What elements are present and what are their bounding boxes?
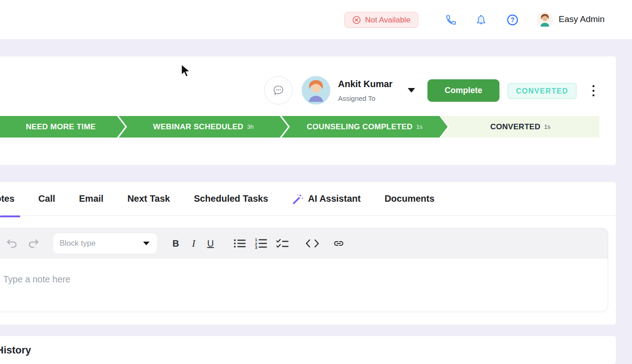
link-icon[interactable] xyxy=(332,238,345,249)
bullet-list-icon[interactable] xyxy=(233,238,247,249)
caret-down-icon xyxy=(143,242,150,245)
circle-x-icon xyxy=(352,16,361,24)
assignee-avatar xyxy=(302,76,330,105)
complete-button[interactable]: Complete xyxy=(427,79,499,102)
tab-email[interactable]: Email xyxy=(79,193,103,204)
tab-ai-assistant[interactable]: AI Assistant xyxy=(292,193,361,205)
lead-header-card: Ankit Kumar Assigned To Complete CONVERT… xyxy=(0,56,616,165)
tab-call[interactable]: Call xyxy=(39,193,55,204)
undo-icon[interactable] xyxy=(6,238,18,249)
bold-button[interactable]: B xyxy=(172,238,179,249)
svg-text:?: ? xyxy=(510,16,515,23)
pipeline-stage-counseling-completed[interactable]: COUNSELING COMPLETED 1s xyxy=(282,116,448,138)
pipeline-stage-need-more-time[interactable]: NEED MORE TIME xyxy=(0,116,125,138)
chat-bubble-icon[interactable] xyxy=(264,76,293,105)
note-editor: Block type B I U 123 Type a note here xyxy=(0,228,608,312)
active-tab-underline xyxy=(0,215,20,217)
lead-name: Ankit Kumar xyxy=(338,79,393,89)
caret-down-icon[interactable] xyxy=(408,88,415,93)
tab-next-task[interactable]: Next Task xyxy=(128,193,170,204)
tab-scheduled-tasks[interactable]: Scheduled Tasks xyxy=(194,193,268,204)
magic-wand-icon xyxy=(292,193,304,205)
history-title: History xyxy=(0,344,31,356)
tabs-divider xyxy=(0,215,616,216)
pipeline-stage-converted[interactable]: CONVERTED 1s xyxy=(441,116,599,138)
checklist-icon[interactable] xyxy=(276,238,290,249)
block-type-select[interactable]: Block type xyxy=(53,233,157,254)
phone-icon[interactable] xyxy=(444,13,457,26)
underline-button[interactable]: U xyxy=(207,238,214,249)
help-icon[interactable]: ? xyxy=(506,13,519,26)
history-card xyxy=(0,336,616,364)
tab-documents[interactable]: Documents xyxy=(384,193,434,204)
user-avatar[interactable] xyxy=(537,12,553,28)
availability-status-badge[interactable]: Not Available xyxy=(344,12,418,28)
stage-pipeline: NEED MORE TIME WEBINAR SCHEDULED 3h COUN… xyxy=(0,116,616,138)
availability-status-label: Not Available xyxy=(365,16,410,25)
pipeline-stage-webinar-scheduled[interactable]: WEBINAR SCHEDULED 3h xyxy=(119,116,288,138)
assigned-to-label: Assigned To xyxy=(338,94,375,102)
tab-notes[interactable]: Notes xyxy=(0,193,15,204)
svg-text:3: 3 xyxy=(255,245,257,249)
numbered-list-icon[interactable]: 123 xyxy=(254,237,268,249)
bell-icon[interactable] xyxy=(475,13,488,26)
editor-toolbar: Block type B I U 123 xyxy=(0,228,608,259)
activity-tabs: Notes Call Email Next Task Scheduled Tas… xyxy=(0,182,434,215)
top-navigation-bar: Not Available ? Easy Admin xyxy=(0,0,632,39)
stage-status-badge: CONVERTED xyxy=(508,83,577,99)
note-input[interactable]: Type a note here xyxy=(3,274,599,285)
code-icon[interactable] xyxy=(305,238,320,248)
redo-icon[interactable] xyxy=(27,238,39,249)
italic-button[interactable]: I xyxy=(192,237,195,249)
user-name[interactable]: Easy Admin xyxy=(559,14,604,24)
kebab-menu-icon[interactable] xyxy=(589,84,598,98)
